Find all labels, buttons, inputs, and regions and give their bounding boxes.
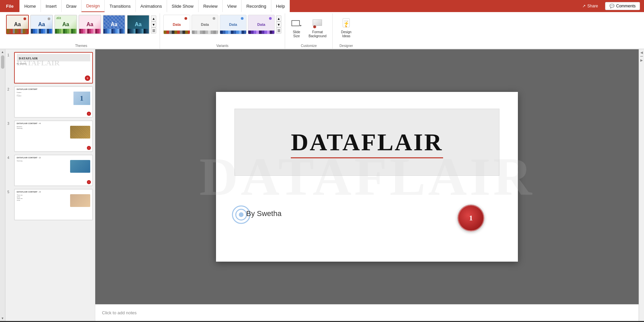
collapse-arrow-2[interactable]: ▶ bbox=[640, 58, 643, 62]
tab-animations[interactable]: Animations bbox=[136, 0, 167, 12]
format-background-button[interactable]: Format Background bbox=[306, 17, 329, 40]
collapse-arrow-1[interactable]: ◀ bbox=[640, 51, 643, 54]
themes-content: Aa Aa Aa ata Aa bbox=[6, 13, 156, 43]
theme-1[interactable]: Aa bbox=[6, 15, 29, 34]
theme-5[interactable]: Aa bbox=[103, 15, 125, 34]
themes-scroll[interactable]: ▲ ▼ ☰ bbox=[151, 15, 156, 34]
tab-transitions[interactable]: Transitions bbox=[105, 0, 136, 12]
slide-size-icon: ▼ bbox=[291, 18, 302, 29]
scrollbar-up[interactable]: ▲ bbox=[0, 49, 5, 55]
slide-2-text: Feature——Feature bbox=[17, 92, 72, 105]
slide-thumb-2-inner: DATAFLAIR CONTENT Feature——Feature 1 bbox=[15, 87, 92, 117]
theme-2-dots bbox=[31, 29, 52, 34]
variant-1-dot bbox=[184, 17, 187, 20]
svg-text:⚡: ⚡ bbox=[343, 21, 350, 26]
tab-insert[interactable]: Insert bbox=[41, 0, 62, 12]
comments-button[interactable]: 💬 Comments bbox=[605, 2, 640, 10]
tab-help[interactable]: Help bbox=[271, 0, 290, 12]
slide-thumb-5[interactable]: DATAFLAIR CONTENT - 3 There aremanyThere… bbox=[14, 189, 93, 220]
themes-scroll-down[interactable]: ▼ bbox=[151, 21, 156, 28]
variants-label: Variants bbox=[163, 43, 281, 49]
ribbon: File Home Insert Draw Design Transitions… bbox=[0, 0, 644, 49]
slide-number-2: 2 bbox=[7, 86, 14, 91]
variant-2-dot bbox=[213, 17, 215, 20]
design-ideas-button[interactable]: ⚡ Design Ideas bbox=[336, 17, 356, 40]
designer-content: ⚡ Design Ideas bbox=[336, 13, 356, 43]
tab-recording[interactable]: Recording bbox=[241, 0, 271, 12]
slide-4-img bbox=[70, 160, 90, 173]
variant-4[interactable]: Data bbox=[248, 15, 275, 34]
themes-scroll-up[interactable]: ▲ bbox=[151, 15, 156, 21]
variants-scroll[interactable]: ▲ ▼ ☰ bbox=[276, 15, 281, 34]
slide-item-1[interactable]: 1 DATAFLAIR DATAFLAIR By Swetha 1 bbox=[7, 52, 93, 84]
slide-1-badge: 1 bbox=[85, 75, 90, 81]
slide-thumb-3-inner: DATAFLAIR CONTENT - 4 BusinessSummary bbox=[15, 121, 92, 151]
slide-5-title: DATAFLAIR CONTENT - 3 bbox=[17, 191, 90, 193]
variant-3[interactable]: Data bbox=[220, 15, 247, 34]
tab-slideshow[interactable]: Slide Show bbox=[167, 0, 199, 12]
format-background-icon bbox=[312, 18, 323, 29]
slide-number-4: 4 bbox=[7, 155, 14, 160]
slide-item-2[interactable]: 2 DATAFLAIR CONTENT Feature——Feature 1 bbox=[7, 86, 93, 118]
tab-share-area: ↗ Share 💬 Comments bbox=[578, 0, 644, 12]
slide-4-text: Summary bbox=[17, 160, 69, 173]
slide-thumb-4[interactable]: DATAFLAIR CONTENT - 2 Summary bbox=[14, 155, 93, 186]
notes-area[interactable]: Click to add notes bbox=[95, 304, 639, 321]
tab-bar: File Home Insert Draw Design Transitions… bbox=[0, 0, 644, 12]
slide-thumb-2[interactable]: DATAFLAIR CONTENT Feature——Feature 1 bbox=[14, 86, 93, 118]
customize-section: ▼ SlideSize bbox=[285, 13, 333, 49]
variants-scroll-down[interactable]: ▼ bbox=[276, 21, 281, 28]
slide-thumb-3[interactable]: DATAFLAIR CONTENT - 4 BusinessSummary bbox=[14, 120, 93, 152]
tab-design[interactable]: Design bbox=[82, 0, 105, 12]
theme-1-text: Aa bbox=[14, 21, 21, 28]
svg-rect-0 bbox=[292, 20, 300, 26]
theme-2[interactable]: Aa bbox=[30, 15, 53, 34]
theme-4[interactable]: Aa bbox=[78, 15, 101, 34]
tab-home[interactable]: Home bbox=[19, 0, 41, 12]
variants-content: Data Data Data Data bbox=[163, 13, 281, 43]
slide-badge: 1 bbox=[458, 205, 484, 231]
scrollbar-down[interactable]: ▼ bbox=[0, 316, 5, 321]
slide-2-title: DATAFLAIR CONTENT bbox=[17, 88, 90, 90]
theme-6[interactable]: Aa bbox=[127, 15, 150, 34]
theme-5-dots bbox=[103, 29, 125, 34]
slide-item-5[interactable]: 5 DATAFLAIR CONTENT - 3 There aremanyThe… bbox=[7, 189, 93, 220]
slide-4-content: Summary bbox=[17, 160, 90, 173]
svg-point-13 bbox=[239, 212, 244, 217]
slide-item-3[interactable]: 3 DATAFLAIR CONTENT - 4 BusinessSummary bbox=[7, 120, 93, 152]
tab-review[interactable]: Review bbox=[199, 0, 223, 12]
theme-3[interactable]: Aa ata bbox=[54, 15, 77, 34]
slide-thumb-1[interactable]: DATAFLAIR DATAFLAIR By Swetha 1 bbox=[14, 52, 93, 84]
tab-draw[interactable]: Draw bbox=[62, 0, 82, 12]
right-panel-collapse: ◀ ▶ bbox=[639, 49, 644, 321]
variant-2-text: Data bbox=[201, 22, 209, 26]
variant-2-bar bbox=[192, 31, 218, 34]
variant-4-dot bbox=[269, 17, 272, 20]
slide-number-5: 5 bbox=[7, 189, 14, 194]
slide-3-text: BusinessSummary bbox=[17, 126, 69, 139]
slide-size-button[interactable]: ▼ SlideSize bbox=[288, 17, 305, 40]
slide-size-label: SlideSize bbox=[293, 30, 300, 38]
theme-6-dots bbox=[127, 29, 149, 34]
slide-header-box: DATAFLAIR bbox=[234, 109, 499, 176]
variant-2[interactable]: Data bbox=[192, 15, 218, 34]
variants-scroll-up[interactable]: ▲ bbox=[276, 15, 281, 21]
tab-file[interactable]: File bbox=[0, 0, 19, 12]
canvas-area: DATAFLAIR DATAFLAIR By Swetha bbox=[95, 49, 639, 321]
variants-scroll-more[interactable]: ☰ bbox=[276, 28, 281, 34]
slide-5-img bbox=[70, 194, 90, 207]
variant-1-bar bbox=[164, 31, 190, 34]
share-button[interactable]: ↗ Share bbox=[578, 2, 602, 10]
tab-view[interactable]: View bbox=[223, 0, 242, 12]
notes-placeholder: Click to add notes bbox=[102, 310, 137, 315]
ribbon-toolbar: Aa Aa Aa ata Aa bbox=[0, 12, 644, 49]
slide-5-text: There aremanyThere aremany bbox=[17, 194, 69, 207]
theme-3-dots bbox=[55, 29, 76, 34]
slide-main-title: DATAFLAIR bbox=[291, 128, 443, 156]
variant-1[interactable]: Data bbox=[163, 15, 190, 34]
slide-item-4[interactable]: 4 DATAFLAIR CONTENT - 2 Summary bbox=[7, 155, 93, 186]
slide-canvas[interactable]: DATAFLAIR DATAFLAIR By Swetha bbox=[216, 92, 518, 262]
variant-4-bar bbox=[248, 31, 274, 34]
themes-scroll-more[interactable]: ☰ bbox=[151, 28, 156, 34]
scrollbar-thumb[interactable] bbox=[1, 55, 4, 69]
